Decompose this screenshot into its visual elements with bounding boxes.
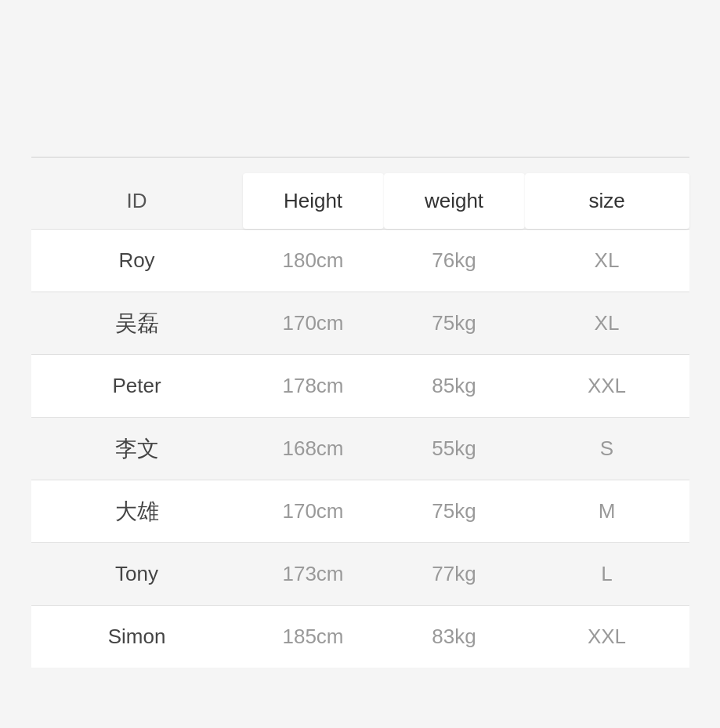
cell-size: M bbox=[525, 485, 689, 538]
table-row: 吴磊 170cm 75kg XL bbox=[31, 292, 689, 354]
cell-height: 185cm bbox=[243, 610, 384, 663]
cell-height: 170cm bbox=[243, 297, 384, 350]
cell-id: Roy bbox=[31, 234, 243, 287]
cell-size: XL bbox=[525, 234, 689, 287]
cell-weight: 85kg bbox=[384, 360, 525, 412]
table-row: Peter 178cm 85kg XXL bbox=[31, 354, 689, 417]
cell-weight: 83kg bbox=[384, 610, 525, 663]
table-row: 大雄 170cm 75kg M bbox=[31, 480, 689, 542]
cell-weight: 77kg bbox=[384, 548, 525, 600]
header-weight: weight bbox=[384, 173, 525, 229]
cell-id: Simon bbox=[31, 610, 243, 663]
table-row: 李文 168cm 55kg S bbox=[31, 417, 689, 480]
cell-size: L bbox=[525, 548, 689, 600]
cell-height: 170cm bbox=[243, 485, 384, 538]
table-body: Roy 180cm 76kg XL 吴磊 170cm 75kg XL Peter… bbox=[31, 229, 689, 668]
cell-height: 173cm bbox=[243, 548, 384, 600]
header-id: ID bbox=[31, 173, 243, 229]
cell-size: XXL bbox=[525, 610, 689, 663]
cell-height: 168cm bbox=[243, 422, 384, 475]
cell-weight: 75kg bbox=[384, 485, 525, 538]
table-header: ID Height weight size bbox=[31, 173, 689, 229]
header-height: Height bbox=[243, 173, 384, 229]
table-row: Simon 185cm 83kg XXL bbox=[31, 605, 689, 668]
cell-height: 180cm bbox=[243, 234, 384, 287]
table-row: Tony 173cm 77kg L bbox=[31, 542, 689, 605]
cell-id: 李文 bbox=[31, 420, 243, 478]
cell-id: Peter bbox=[31, 360, 243, 412]
divider bbox=[31, 157, 689, 158]
cell-weight: 55kg bbox=[384, 422, 525, 475]
table-container: ID Height weight size Roy 180cm 76kg XL … bbox=[31, 173, 689, 668]
cell-id: 吴磊 bbox=[31, 295, 243, 353]
cell-size: XL bbox=[525, 297, 689, 350]
cell-weight: 75kg bbox=[384, 297, 525, 350]
page: ID Height weight size Roy 180cm 76kg XL … bbox=[0, 0, 720, 728]
cell-id: 大雄 bbox=[31, 483, 243, 541]
cell-size: S bbox=[525, 422, 689, 475]
cell-id: Tony bbox=[31, 548, 243, 600]
cell-height: 178cm bbox=[243, 360, 384, 412]
header-size: size bbox=[525, 173, 689, 229]
cell-size: XXL bbox=[525, 360, 689, 412]
table-row: Roy 180cm 76kg XL bbox=[31, 229, 689, 292]
cell-weight: 76kg bbox=[384, 234, 525, 287]
